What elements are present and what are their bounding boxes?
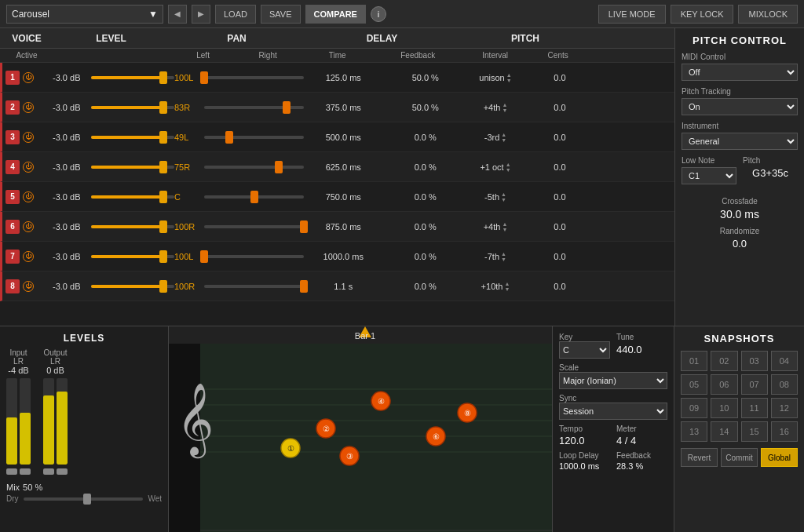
pan-slider-7[interactable] [204, 250, 304, 263]
mix-lock-button[interactable]: MIXLOCK [738, 5, 798, 24]
voice-row-8: 8⏻-3.0 dB100R1.1 s0.0 %+10th▲▼0.0 [0, 271, 674, 301]
input-slider-l[interactable] [6, 468, 17, 475]
snapshot-button-11[interactable]: 11 [741, 398, 768, 418]
interval-arrows-7[interactable]: ▲▼ [501, 251, 506, 262]
voice-row-7: 7⏻-3.0 dB100L1000.0 ms0.0 %-7th▲▼0.0 [0, 242, 674, 271]
pan-slider-2[interactable] [204, 101, 304, 114]
nav-next-button[interactable]: ▶ [192, 5, 210, 24]
power-button-5[interactable]: ⏻ [23, 191, 34, 202]
level-thumb-7[interactable] [159, 250, 167, 263]
pitch-cell-2: +4th▲▼0.0 [465, 102, 590, 113]
level-slider-7[interactable] [91, 250, 174, 263]
compare-button[interactable]: COMPARE [305, 5, 366, 24]
level-slider-4[interactable] [91, 161, 174, 173]
mix-label: Mix [6, 483, 20, 492]
piano-roll[interactable]: Bar 1 𝄞 𝄢 ① [169, 326, 553, 532]
pan-thumb-5[interactable] [250, 191, 258, 203]
pitch-tracking-select[interactable]: On [682, 98, 798, 115]
snapshot-button-07[interactable]: 07 [741, 374, 768, 395]
pan-thumb-6[interactable] [300, 220, 308, 233]
power-button-6[interactable]: ⏻ [23, 221, 34, 232]
pan-slider-6[interactable] [204, 220, 304, 233]
snapshot-button-03[interactable]: 03 [741, 351, 768, 371]
pan-thumb-7[interactable] [200, 250, 208, 263]
level-slider-5[interactable] [91, 191, 174, 203]
sync-select[interactable]: Session [559, 403, 667, 420]
key-lock-button[interactable]: KEY LOCK [671, 5, 734, 24]
power-button-2[interactable]: ⏻ [23, 102, 34, 113]
sync-label: Sync [559, 394, 667, 403]
snapshot-button-06[interactable]: 06 [711, 374, 737, 395]
level-thumb-1[interactable] [159, 71, 167, 84]
pan-slider-5[interactable] [204, 191, 304, 203]
snapshot-button-02[interactable]: 02 [711, 351, 737, 371]
interval-arrows-8[interactable]: ▲▼ [504, 281, 510, 292]
snapshot-button-08[interactable]: 08 [771, 374, 798, 395]
mix-thumb[interactable] [83, 494, 91, 505]
pan-value-1: 100L [174, 73, 201, 82]
pan-thumb-3[interactable] [225, 131, 233, 144]
snapshot-button-12[interactable]: 12 [771, 398, 798, 418]
level-slider-1[interactable] [91, 71, 174, 84]
snapshot-button-13[interactable]: 13 [681, 421, 707, 442]
snapshot-button-09[interactable]: 09 [681, 398, 707, 418]
power-button-4[interactable]: ⏻ [23, 162, 34, 173]
info-button[interactable]: i [371, 6, 386, 22]
level-thumb-3[interactable] [159, 131, 167, 144]
interval-arrows-6[interactable]: ▲▼ [502, 221, 507, 232]
snapshot-button-04[interactable]: 04 [771, 351, 798, 371]
global-button[interactable]: Global [761, 448, 798, 467]
power-button-8[interactable]: ⏻ [23, 281, 34, 292]
scale-select[interactable]: Major (Ionian) [559, 372, 667, 389]
interval-arrows-4[interactable]: ▲▼ [506, 162, 511, 173]
interval-arrows-2[interactable]: ▲▼ [502, 102, 507, 113]
snap-actions: Revert Commit Global [681, 448, 798, 467]
loop-feedback-row: Loop Delay 1000.0 ms Feedback 28.3 % [559, 451, 667, 471]
pan-slider-1[interactable] [204, 71, 304, 84]
power-button-3[interactable]: ⏻ [23, 132, 34, 143]
preset-dropdown[interactable]: Carousel ▼ [6, 5, 163, 24]
level-slider-8[interactable] [91, 280, 174, 293]
level-thumb-8[interactable] [159, 280, 167, 293]
interval-arrows-1[interactable]: ▲▼ [506, 72, 512, 83]
level-thumb-6[interactable] [159, 220, 167, 233]
live-mode-button[interactable]: LIVE MODE [598, 5, 666, 24]
power-button-7[interactable]: ⏻ [23, 251, 34, 262]
nav-prev-button[interactable]: ◀ [168, 5, 187, 24]
load-button[interactable]: LOAD [215, 5, 256, 24]
snapshot-button-14[interactable]: 14 [711, 421, 737, 442]
snapshot-button-15[interactable]: 15 [741, 421, 768, 442]
pan-slider-8[interactable] [204, 280, 304, 293]
snapshot-button-05[interactable]: 05 [681, 374, 707, 395]
level-thumb-4[interactable] [159, 161, 167, 173]
snapshot-button-16[interactable]: 16 [771, 421, 798, 442]
output-slider-r[interactable] [57, 468, 68, 475]
snapshot-button-01[interactable]: 01 [681, 351, 707, 371]
level-thumb-2[interactable] [159, 101, 167, 114]
delay-cell-4: 625.0 ms0.0 % [304, 162, 465, 172]
pan-thumb-8[interactable] [300, 280, 308, 293]
level-slider-3[interactable] [91, 131, 174, 144]
midi-control-select[interactable]: Off [682, 64, 798, 81]
save-button[interactable]: SAVE [261, 5, 301, 24]
pan-slider-4[interactable] [204, 161, 304, 173]
pan-thumb-1[interactable] [200, 71, 208, 84]
level-slider-2[interactable] [91, 101, 174, 114]
interval-arrows-5[interactable]: ▲▼ [501, 191, 506, 202]
power-button-1[interactable]: ⏻ [23, 72, 34, 83]
snapshot-button-10[interactable]: 10 [711, 398, 737, 418]
instrument-select[interactable]: General [682, 133, 798, 150]
output-slider-l[interactable] [43, 468, 54, 475]
pan-slider-3[interactable] [204, 131, 304, 144]
mix-track[interactable] [24, 497, 144, 501]
pan-thumb-2[interactable] [283, 101, 291, 114]
revert-button[interactable]: Revert [681, 448, 718, 467]
low-note-select[interactable]: C1 [682, 167, 736, 184]
level-slider-6[interactable] [91, 220, 174, 233]
key-select[interactable]: C [559, 341, 610, 359]
pan-thumb-4[interactable] [275, 161, 283, 173]
level-thumb-5[interactable] [159, 191, 167, 203]
input-slider-r[interactable] [20, 468, 31, 475]
commit-button[interactable]: Commit [721, 448, 758, 467]
interval-arrows-3[interactable]: ▲▼ [501, 132, 506, 143]
